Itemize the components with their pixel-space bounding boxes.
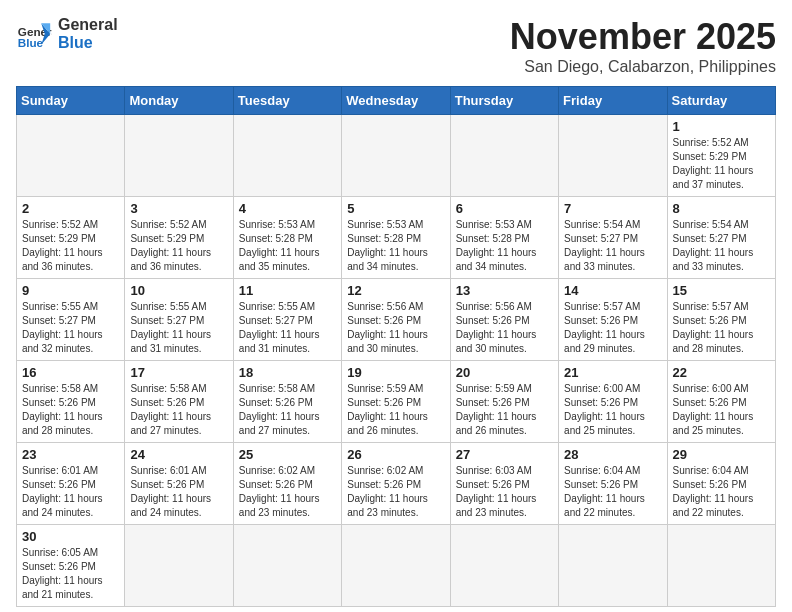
logo-blue-text: Blue <box>58 34 118 52</box>
week-row-3: 16Sunrise: 5:58 AM Sunset: 5:26 PM Dayli… <box>17 361 776 443</box>
title-section: November 2025 San Diego, Calabarzon, Phi… <box>510 16 776 76</box>
calendar-cell <box>342 115 450 197</box>
day-info: Sunrise: 5:52 AM Sunset: 5:29 PM Dayligh… <box>22 218 119 274</box>
calendar-cell: 24Sunrise: 6:01 AM Sunset: 5:26 PM Dayli… <box>125 443 233 525</box>
day-info: Sunrise: 6:05 AM Sunset: 5:26 PM Dayligh… <box>22 546 119 602</box>
day-info: Sunrise: 5:54 AM Sunset: 5:27 PM Dayligh… <box>564 218 661 274</box>
calendar-cell: 25Sunrise: 6:02 AM Sunset: 5:26 PM Dayli… <box>233 443 341 525</box>
day-info: Sunrise: 5:53 AM Sunset: 5:28 PM Dayligh… <box>239 218 336 274</box>
calendar-header-row: SundayMondayTuesdayWednesdayThursdayFrid… <box>17 87 776 115</box>
calendar-cell: 28Sunrise: 6:04 AM Sunset: 5:26 PM Dayli… <box>559 443 667 525</box>
logo-general-text: General <box>58 16 118 34</box>
day-info: Sunrise: 5:55 AM Sunset: 5:27 PM Dayligh… <box>22 300 119 356</box>
day-info: Sunrise: 5:56 AM Sunset: 5:26 PM Dayligh… <box>456 300 553 356</box>
week-row-2: 9Sunrise: 5:55 AM Sunset: 5:27 PM Daylig… <box>17 279 776 361</box>
day-number: 8 <box>673 201 770 216</box>
calendar-title: November 2025 <box>510 16 776 58</box>
calendar-subtitle: San Diego, Calabarzon, Philippines <box>510 58 776 76</box>
calendar-cell <box>667 525 775 607</box>
day-number: 11 <box>239 283 336 298</box>
day-number: 6 <box>456 201 553 216</box>
day-number: 14 <box>564 283 661 298</box>
day-info: Sunrise: 6:04 AM Sunset: 5:26 PM Dayligh… <box>673 464 770 520</box>
calendar-cell <box>450 115 558 197</box>
calendar-cell: 16Sunrise: 5:58 AM Sunset: 5:26 PM Dayli… <box>17 361 125 443</box>
header-day-thursday: Thursday <box>450 87 558 115</box>
day-info: Sunrise: 6:00 AM Sunset: 5:26 PM Dayligh… <box>564 382 661 438</box>
header-day-sunday: Sunday <box>17 87 125 115</box>
calendar-cell: 29Sunrise: 6:04 AM Sunset: 5:26 PM Dayli… <box>667 443 775 525</box>
calendar-cell: 19Sunrise: 5:59 AM Sunset: 5:26 PM Dayli… <box>342 361 450 443</box>
day-info: Sunrise: 5:52 AM Sunset: 5:29 PM Dayligh… <box>130 218 227 274</box>
day-number: 28 <box>564 447 661 462</box>
day-number: 25 <box>239 447 336 462</box>
calendar-cell: 13Sunrise: 5:56 AM Sunset: 5:26 PM Dayli… <box>450 279 558 361</box>
day-number: 17 <box>130 365 227 380</box>
header-day-saturday: Saturday <box>667 87 775 115</box>
day-number: 12 <box>347 283 444 298</box>
calendar-cell: 2Sunrise: 5:52 AM Sunset: 5:29 PM Daylig… <box>17 197 125 279</box>
calendar-cell <box>342 525 450 607</box>
calendar-cell: 18Sunrise: 5:58 AM Sunset: 5:26 PM Dayli… <box>233 361 341 443</box>
calendar-cell: 14Sunrise: 5:57 AM Sunset: 5:26 PM Dayli… <box>559 279 667 361</box>
week-row-4: 23Sunrise: 6:01 AM Sunset: 5:26 PM Dayli… <box>17 443 776 525</box>
day-info: Sunrise: 5:56 AM Sunset: 5:26 PM Dayligh… <box>347 300 444 356</box>
calendar-cell: 9Sunrise: 5:55 AM Sunset: 5:27 PM Daylig… <box>17 279 125 361</box>
day-info: Sunrise: 5:58 AM Sunset: 5:26 PM Dayligh… <box>22 382 119 438</box>
logo: General Blue General Blue <box>16 16 118 52</box>
day-number: 2 <box>22 201 119 216</box>
calendar-cell: 5Sunrise: 5:53 AM Sunset: 5:28 PM Daylig… <box>342 197 450 279</box>
calendar-cell <box>559 115 667 197</box>
day-number: 5 <box>347 201 444 216</box>
calendar-cell: 10Sunrise: 5:55 AM Sunset: 5:27 PM Dayli… <box>125 279 233 361</box>
day-info: Sunrise: 6:00 AM Sunset: 5:26 PM Dayligh… <box>673 382 770 438</box>
day-number: 1 <box>673 119 770 134</box>
header-day-monday: Monday <box>125 87 233 115</box>
day-number: 29 <box>673 447 770 462</box>
calendar-cell: 30Sunrise: 6:05 AM Sunset: 5:26 PM Dayli… <box>17 525 125 607</box>
day-info: Sunrise: 5:57 AM Sunset: 5:26 PM Dayligh… <box>564 300 661 356</box>
calendar-cell <box>233 115 341 197</box>
day-number: 18 <box>239 365 336 380</box>
day-info: Sunrise: 5:52 AM Sunset: 5:29 PM Dayligh… <box>673 136 770 192</box>
week-row-0: 1Sunrise: 5:52 AM Sunset: 5:29 PM Daylig… <box>17 115 776 197</box>
day-number: 21 <box>564 365 661 380</box>
day-number: 13 <box>456 283 553 298</box>
day-number: 3 <box>130 201 227 216</box>
calendar-cell: 11Sunrise: 5:55 AM Sunset: 5:27 PM Dayli… <box>233 279 341 361</box>
day-info: Sunrise: 5:59 AM Sunset: 5:26 PM Dayligh… <box>456 382 553 438</box>
day-number: 19 <box>347 365 444 380</box>
day-number: 9 <box>22 283 119 298</box>
generalblue-logo-icon: General Blue <box>16 16 52 52</box>
day-info: Sunrise: 5:55 AM Sunset: 5:27 PM Dayligh… <box>239 300 336 356</box>
day-info: Sunrise: 5:58 AM Sunset: 5:26 PM Dayligh… <box>239 382 336 438</box>
calendar-cell <box>125 115 233 197</box>
day-number: 22 <box>673 365 770 380</box>
day-info: Sunrise: 6:01 AM Sunset: 5:26 PM Dayligh… <box>130 464 227 520</box>
calendar-cell: 4Sunrise: 5:53 AM Sunset: 5:28 PM Daylig… <box>233 197 341 279</box>
calendar-cell <box>125 525 233 607</box>
calendar-cell: 1Sunrise: 5:52 AM Sunset: 5:29 PM Daylig… <box>667 115 775 197</box>
day-number: 10 <box>130 283 227 298</box>
calendar-cell: 7Sunrise: 5:54 AM Sunset: 5:27 PM Daylig… <box>559 197 667 279</box>
day-info: Sunrise: 5:53 AM Sunset: 5:28 PM Dayligh… <box>456 218 553 274</box>
calendar-cell: 3Sunrise: 5:52 AM Sunset: 5:29 PM Daylig… <box>125 197 233 279</box>
day-number: 20 <box>456 365 553 380</box>
calendar-cell: 8Sunrise: 5:54 AM Sunset: 5:27 PM Daylig… <box>667 197 775 279</box>
day-number: 27 <box>456 447 553 462</box>
day-number: 24 <box>130 447 227 462</box>
header-day-wednesday: Wednesday <box>342 87 450 115</box>
day-info: Sunrise: 5:59 AM Sunset: 5:26 PM Dayligh… <box>347 382 444 438</box>
calendar-cell: 23Sunrise: 6:01 AM Sunset: 5:26 PM Dayli… <box>17 443 125 525</box>
calendar-cell: 26Sunrise: 6:02 AM Sunset: 5:26 PM Dayli… <box>342 443 450 525</box>
calendar-cell: 20Sunrise: 5:59 AM Sunset: 5:26 PM Dayli… <box>450 361 558 443</box>
day-info: Sunrise: 5:55 AM Sunset: 5:27 PM Dayligh… <box>130 300 227 356</box>
header-day-tuesday: Tuesday <box>233 87 341 115</box>
calendar-table: SundayMondayTuesdayWednesdayThursdayFrid… <box>16 86 776 607</box>
calendar-cell: 15Sunrise: 5:57 AM Sunset: 5:26 PM Dayli… <box>667 279 775 361</box>
day-info: Sunrise: 5:57 AM Sunset: 5:26 PM Dayligh… <box>673 300 770 356</box>
svg-text:Blue: Blue <box>18 36 44 49</box>
calendar-cell: 21Sunrise: 6:00 AM Sunset: 5:26 PM Dayli… <box>559 361 667 443</box>
calendar-cell: 27Sunrise: 6:03 AM Sunset: 5:26 PM Dayli… <box>450 443 558 525</box>
day-number: 7 <box>564 201 661 216</box>
